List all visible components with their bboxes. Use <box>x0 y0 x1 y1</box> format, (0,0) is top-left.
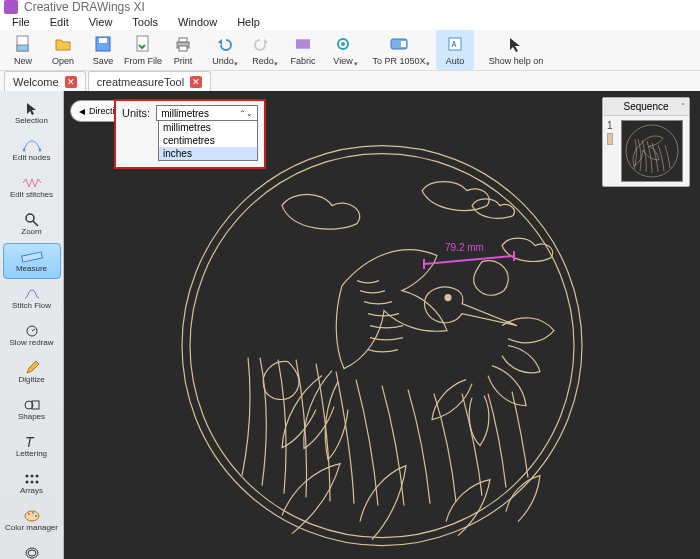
svg-rect-3 <box>99 38 107 43</box>
tab-welcome-label: Welcome <box>13 76 59 88</box>
magnifier-icon <box>21 213 43 227</box>
svg-point-25 <box>35 474 38 477</box>
work-area: Selection Edit nodes Edit stitches Zoom … <box>0 91 700 559</box>
tool-measure[interactable]: Measure <box>3 243 61 279</box>
menu-tools[interactable]: Tools <box>122 14 168 30</box>
tool-edit-nodes[interactable]: Edit nodes <box>3 132 61 168</box>
tool-arrays[interactable]: Arrays <box>3 465 61 501</box>
slow-redraw-icon <box>21 324 43 338</box>
shapes-icon <box>21 398 43 412</box>
sequence-header[interactable]: Sequence ˄ <box>603 98 689 116</box>
svg-point-28 <box>35 480 38 483</box>
svg-point-38 <box>190 153 574 537</box>
new-button[interactable]: New <box>4 30 42 70</box>
svg-point-24 <box>30 474 33 477</box>
caret-down-icon: ▾ <box>274 60 278 68</box>
units-option-mm[interactable]: millimetres <box>159 121 257 134</box>
close-icon[interactable]: ✕ <box>65 76 77 88</box>
svg-point-10 <box>341 42 345 46</box>
document-tab-bar: Welcome✕ creatmeasureTool✕ <box>0 71 700 91</box>
svg-point-26 <box>25 480 28 483</box>
edit-stitches-icon <box>21 176 43 190</box>
sequence-color-swatch <box>607 133 613 145</box>
design-artwork <box>172 135 592 555</box>
auto-button[interactable]: Auto <box>436 30 474 70</box>
fabric-button[interactable]: Fabric <box>284 30 322 70</box>
tab-document[interactable]: creatmeasureTool✕ <box>88 71 211 91</box>
svg-line-40 <box>424 256 514 264</box>
menu-help[interactable]: Help <box>227 14 270 30</box>
sequence-thumbnail[interactable] <box>621 120 683 182</box>
tool-slow-redraw[interactable]: Slow redraw <box>3 317 61 353</box>
tool-zoom[interactable]: Zoom <box>3 206 61 242</box>
main-toolbar: New Open Save From File Print Undo▾ Redo… <box>0 30 700 71</box>
svg-line-17 <box>33 221 38 226</box>
caret-down-icon: ▾ <box>426 60 430 68</box>
svg-rect-1 <box>17 45 28 51</box>
cursor-icon <box>21 102 43 116</box>
printer-icon <box>173 34 193 54</box>
menu-file[interactable]: File <box>2 14 40 30</box>
caret-down-icon: ▾ <box>354 60 358 68</box>
menu-bar: File Edit View Tools Window Help <box>0 14 700 30</box>
measure-overlay: 79.2 mm <box>419 246 529 276</box>
chevron-updown-icon: ⌃⌄ <box>239 109 253 118</box>
svg-point-32 <box>35 515 37 517</box>
tool-digitize[interactable]: Digitize <box>3 354 61 390</box>
tool-lettering[interactable]: TLettering <box>3 428 61 464</box>
palette-icon <box>21 509 43 523</box>
tool-color-manager[interactable]: Color manager <box>3 502 61 538</box>
canvas[interactable]: ◂Directions Units: millimetres ⌃⌄ millim… <box>64 91 700 559</box>
menu-view[interactable]: View <box>79 14 123 30</box>
open-folder-icon <box>53 34 73 54</box>
view-button[interactable]: View▾ <box>324 30 362 70</box>
from-file-button[interactable]: From File <box>124 30 162 70</box>
to-pr-button[interactable]: To PR 1050X▾ <box>364 30 434 70</box>
svg-point-31 <box>32 512 34 514</box>
pencil-icon <box>21 361 43 375</box>
app-title: Creative DRAWings XI <box>24 0 145 14</box>
svg-text:T: T <box>25 435 35 449</box>
svg-rect-6 <box>179 38 187 42</box>
measure-value: 79.2 mm <box>445 242 484 253</box>
tool-palette: Selection Edit nodes Edit stitches Zoom … <box>0 91 64 559</box>
sequence-title: Sequence <box>623 101 668 112</box>
svg-point-16 <box>26 214 34 222</box>
svg-point-34 <box>28 550 36 556</box>
sequence-item-number: 1 <box>607 120 617 131</box>
ruler-icon <box>21 250 43 264</box>
arrow-left-icon: ◂ <box>79 104 85 118</box>
open-button[interactable]: Open <box>44 30 82 70</box>
tool-stitch-flow[interactable]: Stitch Flow <box>3 280 61 316</box>
redo-icon <box>253 34 273 54</box>
svg-point-30 <box>28 513 30 515</box>
tool-edit-stitches[interactable]: Edit stitches <box>3 169 61 205</box>
units-dropdown[interactable]: millimetres ⌃⌄ <box>156 105 258 121</box>
save-disk-icon <box>93 34 113 54</box>
save-button[interactable]: Save <box>84 30 122 70</box>
arrays-icon <box>21 472 43 486</box>
svg-rect-7 <box>179 46 187 51</box>
undo-button[interactable]: Undo▾ <box>204 30 242 70</box>
redo-button[interactable]: Redo▾ <box>244 30 282 70</box>
tab-welcome[interactable]: Welcome✕ <box>4 71 86 91</box>
hoop-icon <box>21 546 43 560</box>
svg-rect-12 <box>401 41 406 47</box>
close-icon[interactable]: ✕ <box>190 76 202 88</box>
sequence-panel: Sequence ˄ 1 <box>602 97 690 187</box>
tab-document-label: creatmeasureTool <box>97 76 184 88</box>
undo-icon <box>213 34 233 54</box>
tool-selection[interactable]: Selection <box>3 95 61 131</box>
svg-point-14 <box>23 148 26 151</box>
collapse-up-icon[interactable]: ˄ <box>681 102 685 111</box>
show-help-button[interactable]: Show help on <box>476 30 556 70</box>
app-logo-icon <box>4 0 18 14</box>
tool-machine-hoop[interactable]: Machine / Hoop <box>3 539 61 559</box>
tool-shapes[interactable]: Shapes <box>3 391 61 427</box>
print-button[interactable]: Print <box>164 30 202 70</box>
svg-rect-18 <box>21 251 42 261</box>
stitch-flow-icon <box>21 287 43 301</box>
menu-edit[interactable]: Edit <box>40 14 79 30</box>
edit-nodes-icon <box>21 139 43 153</box>
menu-window[interactable]: Window <box>168 14 227 30</box>
